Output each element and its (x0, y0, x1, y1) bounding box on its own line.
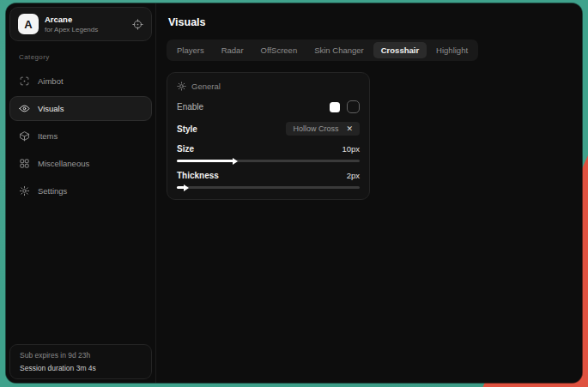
sidebar-item-visuals[interactable]: Visuals (9, 96, 152, 121)
tab-players[interactable]: Players (169, 42, 212, 58)
app-title: Arcane (45, 15, 98, 24)
thickness-slider[interactable] (177, 186, 360, 189)
sidebar-item-label: Settings (38, 186, 67, 196)
size-value: 10px (342, 144, 360, 154)
tab-radar[interactable]: Radar (214, 42, 252, 58)
session-duration-text: Session duration 3m 4s (20, 364, 142, 372)
size-row: Size 10px (177, 144, 360, 154)
aimbot-icon (19, 76, 30, 87)
tab-offscreen[interactable]: OffScreen (253, 42, 306, 58)
enable-checkbox[interactable] (347, 100, 360, 113)
sidebar-item-miscellaneous[interactable]: Miscellaneous (9, 151, 152, 176)
visuals-icon (19, 103, 30, 114)
main-content: Visuals Players Radar OffScreen Skin Cha… (156, 3, 582, 383)
size-label: Size (177, 144, 194, 154)
enable-label: Enable (177, 102, 203, 112)
tab-crosshair[interactable]: Crosshair (373, 42, 427, 58)
style-value: Hollow Cross (293, 124, 338, 133)
style-row: Style Hollow Cross ✕ (177, 122, 360, 136)
visuals-tabbar: Players Radar OffScreen Skin Changer Cro… (167, 39, 478, 61)
items-icon (19, 130, 30, 142)
style-dropdown[interactable]: Hollow Cross ✕ (286, 122, 360, 136)
miscellaneous-icon (19, 158, 30, 169)
app-window: A Arcane for Apex Legends Category (6, 3, 582, 383)
app-subtitle: for Apex Legends (45, 26, 98, 33)
style-label: Style (177, 124, 197, 134)
size-slider-thumb[interactable] (233, 158, 238, 165)
tab-skin-changer[interactable]: Skin Changer (306, 42, 372, 58)
thickness-label: Thickness (177, 171, 219, 180)
sidebar-item-items[interactable]: Items (9, 124, 152, 148)
general-panel: General Enable Style Hollow Cross ✕ Size… (167, 72, 370, 200)
page-title: Visuals (168, 16, 572, 28)
sidebar-item-label: Miscellaneous (38, 159, 89, 168)
app-titles: Arcane for Apex Legends (45, 15, 98, 33)
sidebar-item-aimbot[interactable]: Aimbot (9, 69, 152, 94)
sidebar-item-label: Visuals (38, 104, 64, 113)
size-slider-fill (177, 160, 233, 162)
thickness-slider-fill (177, 186, 185, 189)
thickness-row: Thickness 2px (177, 171, 360, 180)
thickness-slider-thumb[interactable] (184, 184, 189, 191)
target-icon[interactable] (132, 19, 143, 30)
category-label: Category (19, 53, 152, 61)
app-logo: A (18, 14, 39, 34)
sidebar: A Arcane for Apex Legends Category (6, 3, 156, 383)
sidebar-item-label: Aimbot (38, 76, 64, 86)
thickness-value: 2px (347, 171, 360, 180)
tab-highlight[interactable]: Highlight (428, 42, 476, 58)
settings-icon (19, 185, 30, 197)
general-icon (177, 82, 186, 91)
enable-controls (330, 100, 360, 113)
clear-style-icon[interactable]: ✕ (346, 125, 353, 133)
app-header-card: A Arcane for Apex Legends (9, 7, 152, 41)
sub-expires-text: Sub expires in 9d 23h (20, 351, 142, 360)
sidebar-item-settings[interactable]: Settings (9, 178, 152, 203)
panel-title: General (191, 82, 221, 91)
size-slider[interactable] (177, 160, 360, 162)
panel-header: General (177, 82, 360, 91)
subscription-info-card: Sub expires in 9d 23h Session duration 3… (9, 344, 152, 379)
enable-row: Enable (177, 100, 360, 113)
color-swatch[interactable] (330, 102, 340, 112)
sidebar-item-label: Items (38, 131, 58, 141)
